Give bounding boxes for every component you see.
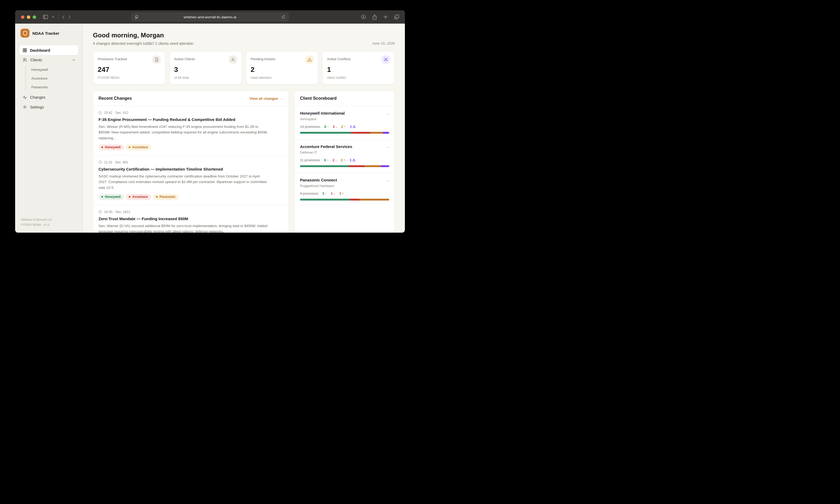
close-window-button[interactable] bbox=[21, 15, 24, 19]
app-version: FY2026 NDAA · v1.0 bbox=[21, 222, 77, 227]
change-item[interactable]: 11:15 · Sec. 891 Cybersecurity Certifica… bbox=[93, 156, 288, 205]
shield-logo-icon bbox=[20, 29, 30, 38]
change-title: Zero-Trust Mandate — Funding Increased $… bbox=[99, 216, 283, 221]
client-tag[interactable]: Honeywell bbox=[99, 144, 124, 150]
back-button[interactable] bbox=[62, 15, 65, 19]
change-item[interactable]: 16:30 · Sec. 1621 Zero-Trust Mandate — F… bbox=[93, 205, 288, 233]
client-industry: Defense IT bbox=[300, 150, 389, 155]
sidebar-footer: Whitmer & Worrall LLC FY2026 NDAA · v1.0 bbox=[19, 217, 78, 228]
share-icon[interactable] bbox=[372, 15, 377, 20]
reload-icon[interactable] bbox=[282, 15, 285, 19]
tag-dot bbox=[101, 196, 103, 198]
provisions-stacked-bar bbox=[300, 165, 389, 167]
count-favorable: 8↑ bbox=[325, 125, 329, 129]
warning-icon: ⚠ bbox=[353, 125, 356, 129]
new-tab-icon[interactable] bbox=[383, 15, 388, 19]
client-name: Honeywell International bbox=[300, 111, 345, 115]
change-time-section: 16:30 · Sec. 1621 bbox=[104, 210, 130, 214]
chevron-up-icon[interactable] bbox=[72, 59, 75, 61]
bar-segment-down bbox=[351, 132, 370, 134]
users-icon bbox=[229, 55, 237, 64]
provisions-count: 11 provisions bbox=[300, 158, 320, 162]
clock-icon bbox=[99, 210, 102, 214]
client-tag[interactable]: Accenture bbox=[126, 144, 151, 150]
bar-segment-down bbox=[350, 199, 360, 200]
zoom-window-button[interactable] bbox=[33, 15, 36, 19]
gear-icon bbox=[22, 105, 27, 109]
change-summary: Sen. Wicker (R-MS) filed Amendment #247 … bbox=[99, 124, 268, 141]
change-item[interactable]: 15:42 · Sec. 412 F-35 Engine Procurement… bbox=[93, 106, 288, 156]
client-tag[interactable]: Honeywell bbox=[99, 194, 124, 200]
change-time-section: 11:15 · Sec. 891 bbox=[104, 161, 128, 164]
page-title: Good morning, Morgan bbox=[93, 32, 193, 39]
tilde-icon: ~ bbox=[344, 125, 346, 129]
sidebar-subitem-honeywell[interactable]: Honeywell bbox=[31, 65, 78, 74]
scoreboard-client-honeywell[interactable]: Honeywell International → Aerospace 14 p… bbox=[295, 106, 395, 140]
tilde-icon: ~ bbox=[342, 192, 344, 196]
view-all-changes-link[interactable]: View all changes → bbox=[249, 96, 283, 101]
dashboard-grid-icon bbox=[22, 48, 27, 53]
arrow-right-icon[interactable]: → bbox=[385, 144, 389, 149]
arrow-right-icon: → bbox=[280, 96, 283, 101]
arrow-right-icon[interactable]: → bbox=[385, 178, 389, 182]
app-title: NDAA Tracker bbox=[32, 31, 59, 36]
client-industry: Aerospace bbox=[300, 117, 389, 121]
stat-card-active-conflicts: Active Conflicts 1 client conflict bbox=[322, 51, 395, 84]
app-brand: NDAA Tracker bbox=[19, 28, 78, 38]
count-favorable: 5↑ bbox=[322, 192, 327, 196]
stat-caption: FY2026 NDAA bbox=[98, 76, 161, 79]
browser-window: whitmer-and-worrall-llc.daemo.ai bbox=[15, 10, 405, 233]
address-bar[interactable]: whitmer-and-worrall-llc.daemo.ai bbox=[132, 13, 288, 21]
client-tag[interactable]: Accenture bbox=[126, 194, 151, 200]
downloads-icon[interactable] bbox=[361, 15, 366, 19]
view-all-label: View all changes bbox=[249, 96, 278, 101]
sidebar-item-settings[interactable]: Settings bbox=[19, 102, 78, 112]
count-conflict: 1⚠ bbox=[350, 158, 355, 162]
tag-label: Accenture bbox=[132, 195, 148, 199]
sidebar-item-clients[interactable]: Clients bbox=[19, 55, 78, 65]
forward-button[interactable] bbox=[68, 15, 71, 19]
bar-segment-down bbox=[349, 165, 365, 167]
tag-label: Panasonic bbox=[160, 195, 175, 199]
clients-subnav: Honeywell Accenture Panasonic bbox=[25, 65, 78, 91]
tag-dot bbox=[129, 146, 130, 148]
tag-dot bbox=[156, 196, 158, 198]
document-icon bbox=[152, 55, 161, 64]
activity-pulse-icon bbox=[22, 95, 27, 100]
page-subtitle: 4 changes detected overnight \u00b7 2 cl… bbox=[93, 41, 193, 46]
sidebar-item-dashboard[interactable]: Dashboard bbox=[19, 46, 78, 55]
up-arrow-icon: ↑ bbox=[325, 192, 327, 196]
arrow-right-icon[interactable]: → bbox=[385, 111, 389, 115]
sidebar-subitem-panasonic[interactable]: Panasonic bbox=[31, 83, 78, 91]
sidebar-subitem-accenture[interactable]: Accenture bbox=[31, 74, 78, 83]
down-arrow-icon: ↓ bbox=[335, 158, 337, 162]
count-unfavorable: 2↓ bbox=[332, 158, 337, 162]
stat-card-pending-actions: Pending Actions 2 need attention bbox=[246, 51, 318, 84]
stat-cards: Provisions Tracked 247 FY2026 NDAA Activ… bbox=[93, 51, 395, 84]
stat-caption: of 64 total bbox=[174, 76, 237, 79]
sidebar-item-label: Dashboard bbox=[30, 48, 75, 53]
minimize-window-button[interactable] bbox=[27, 15, 30, 19]
bar-segment-mod bbox=[365, 165, 381, 167]
sidebar-item-label: Clients bbox=[30, 58, 69, 62]
chevron-down-icon[interactable] bbox=[52, 16, 54, 18]
sidebar-toggle-icon[interactable] bbox=[43, 15, 48, 19]
client-name: Panasonic Connect bbox=[300, 178, 337, 182]
scoreboard-client-panasonic[interactable]: Panasonic Connect → Ruggedized Hardware … bbox=[295, 173, 395, 206]
change-summary: Sen. Warner (D-VA) secured additional $5… bbox=[99, 223, 268, 233]
count-conflict: 1⚠ bbox=[350, 125, 356, 129]
down-arrow-icon: ↓ bbox=[333, 192, 335, 196]
sidebar-item-changes[interactable]: Changes bbox=[19, 93, 78, 102]
scoreboard-client-accenture[interactable]: Accenture Federal Services → Defense IT … bbox=[295, 140, 395, 173]
recent-changes-title: Recent Changes bbox=[99, 96, 132, 101]
tilde-icon: ~ bbox=[344, 158, 346, 162]
client-tag[interactable]: Panasonic bbox=[153, 194, 179, 200]
bar-segment-up bbox=[300, 132, 351, 134]
provisions-stacked-bar bbox=[300, 132, 389, 134]
page-format-icon[interactable] bbox=[135, 15, 138, 19]
count-unfavorable: 1↓ bbox=[331, 192, 335, 196]
firm-name: Whitmer & Worrall LLC bbox=[21, 217, 77, 222]
scoreboard-title: Client Scoreboard bbox=[300, 96, 337, 101]
tab-overview-icon[interactable] bbox=[394, 15, 399, 19]
stat-label: Provisions Tracked bbox=[98, 55, 127, 61]
